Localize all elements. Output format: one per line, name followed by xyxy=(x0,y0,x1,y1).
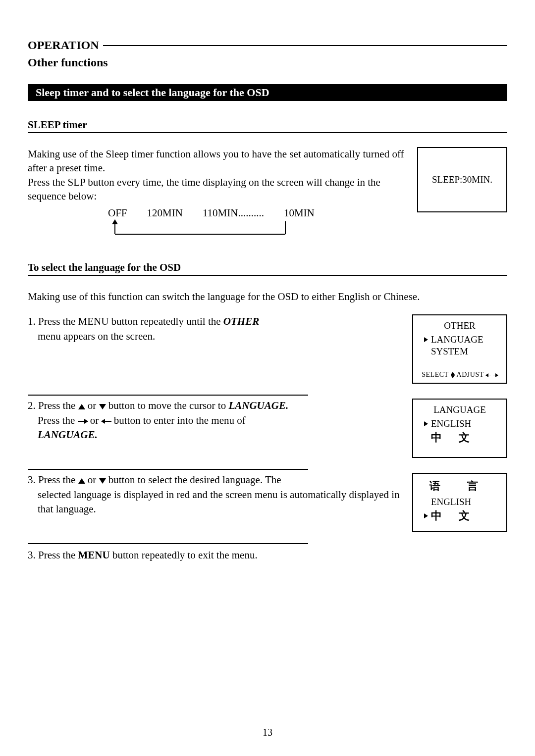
cursor-icon xyxy=(424,337,428,342)
lang-intro: Making use of this function can switch t… xyxy=(28,290,507,303)
seq-10: 10MIN xyxy=(284,206,315,220)
arrow-left-icon xyxy=(486,375,491,376)
sleep-osd-box: SLEEP:30MIN. xyxy=(417,147,507,212)
s4c: button repeatedly to exit the menu. xyxy=(110,549,258,561)
down-triangle-icon xyxy=(99,478,106,484)
s3b: or xyxy=(85,474,99,486)
s1c: menu appears on the screen. xyxy=(28,329,404,344)
step1-row: 1. Press the MENU button repeatedly unti… xyxy=(28,314,507,384)
seq-off: OFF xyxy=(108,206,127,220)
osd2-item2: 中 文 xyxy=(431,430,500,445)
osd1-item2: SYSTEM xyxy=(431,346,500,357)
divider xyxy=(28,395,308,396)
up-triangle-icon xyxy=(78,404,85,409)
section-header: OPERATION xyxy=(28,39,507,52)
s2b: or xyxy=(85,400,99,411)
seq-120: 120MIN xyxy=(147,206,183,220)
s2a: 2. Press the xyxy=(28,400,78,411)
divider xyxy=(28,543,308,544)
sleep-para1: Making use of the Sleep timer function a… xyxy=(28,148,404,174)
step2-row: 2. Press the or button to move the curso… xyxy=(28,399,507,458)
osd2-item1: ENGLISH xyxy=(424,418,500,429)
up-triangle-icon xyxy=(78,478,85,484)
osd1-title: OTHER xyxy=(419,320,500,331)
sleep-heading: SLEEP timer xyxy=(28,119,507,133)
osd3-box: 语 言 ENGLISH 中 文 xyxy=(412,473,507,532)
lang-heading: To select the language for the OSD xyxy=(28,261,507,276)
s3a: 3. Press the xyxy=(28,474,78,486)
sequence-arrow-icon xyxy=(108,219,291,236)
s1b: OTHER xyxy=(223,315,259,327)
s4b: MENU xyxy=(78,549,110,561)
sleep-para2: Press the SLP button every time, the tim… xyxy=(28,176,380,202)
s3d: selected language is displayed in red an… xyxy=(28,488,404,517)
cursor-icon xyxy=(424,513,428,518)
s2c: button to move the cursor to xyxy=(106,400,229,411)
sequence-row: OFF 120MIN 110MIN.......... 10MIN xyxy=(108,206,409,220)
down-triangle-icon xyxy=(99,404,106,409)
step1-text: 1. Press the MENU button repeatedly unti… xyxy=(28,314,410,344)
divider xyxy=(103,45,507,46)
section-title: OPERATION xyxy=(28,39,103,52)
subsection-title: Other functions xyxy=(28,56,507,69)
divider xyxy=(28,469,308,470)
banner-heading: Sleep timer and to select the language f… xyxy=(28,84,507,101)
s2f: or xyxy=(88,414,102,426)
osd1-box: OTHER LANGUAGE SYSTEM SELECT ADJUST xyxy=(412,314,507,384)
arrow-right-icon xyxy=(78,421,88,422)
s4a: 3. Press the xyxy=(28,549,78,561)
osd2-title: LANGUAGE xyxy=(419,404,500,415)
updown-icon xyxy=(451,372,455,378)
s2line2: Press the or button to enter into the me… xyxy=(28,413,404,428)
osd1-item1: LANGUAGE xyxy=(424,334,500,345)
osd3-item2: 中 文 xyxy=(424,508,500,523)
step3-text: 3. Press the or button to select the des… xyxy=(28,473,410,516)
arrow-right-icon xyxy=(493,375,498,376)
s2h: LANGUAGE. xyxy=(28,428,404,442)
osd3-title: 语 言 xyxy=(419,479,500,494)
s3c: button to select the desired language. T… xyxy=(106,474,281,486)
step3-row: 3. Press the or button to select the des… xyxy=(28,473,507,532)
s2d: LANGUAGE. xyxy=(228,400,288,411)
s2e: Press the xyxy=(38,414,78,426)
osd2-box: LANGUAGE ENGLISH 中 文 xyxy=(412,399,507,458)
sleep-box-text: SLEEP:30MIN. xyxy=(432,174,492,185)
osd3-item1: ENGLISH xyxy=(431,497,500,507)
arrow-left-icon xyxy=(102,421,111,422)
seq-110: 110MIN.......... xyxy=(203,206,264,220)
sleep-text: Making use of the Sleep timer function a… xyxy=(28,147,409,240)
page-number: 13 xyxy=(0,727,535,738)
cursor-icon xyxy=(424,421,428,426)
osd1-footer: SELECT ADJUST xyxy=(419,371,500,379)
s1a: 1. Press the MENU button repeatedly unti… xyxy=(28,315,223,327)
s2g: button to enter into the menu of xyxy=(111,414,246,426)
step4-text: 3. Press the MENU button repeatedly to e… xyxy=(28,548,507,562)
step2-text: 2. Press the or button to move the curso… xyxy=(28,399,410,442)
sleep-row: Making use of the Sleep timer function a… xyxy=(28,147,507,240)
